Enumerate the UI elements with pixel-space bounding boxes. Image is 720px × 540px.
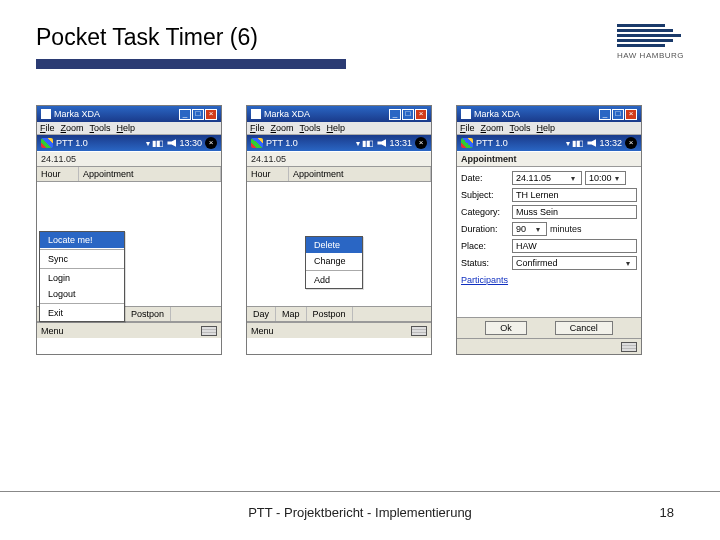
menu-tools[interactable]: Tools	[510, 123, 531, 133]
emulator-menubar[interactable]: File Zoom Tools Help	[37, 122, 221, 135]
menu-file[interactable]: File	[460, 123, 475, 133]
menu-help[interactable]: Help	[327, 123, 346, 133]
window-titlebar[interactable]: Marka XDA _ □ ×	[247, 106, 431, 122]
speaker-icon	[167, 139, 176, 147]
footer-rule	[0, 491, 720, 492]
clock: 13:32	[599, 138, 622, 148]
appointment-form: Date: 24.11.05▾ 10:00▾ Subject: TH Lerne…	[457, 167, 641, 317]
list-area[interactable]: Locate me! Sync Login Logout Exit	[37, 182, 221, 306]
app-close-icon[interactable]: ×	[415, 137, 427, 149]
chevron-down-icon[interactable]: ▾	[568, 174, 578, 183]
emulator-menubar[interactable]: File Zoom Tools Help	[457, 122, 641, 135]
chevron-down-icon[interactable]: ▾	[623, 259, 633, 268]
device-taskbar[interactable]: PTT 1.0 ▾ ▮◧ 13:32 ×	[457, 135, 641, 151]
device-softkeybar	[457, 338, 641, 354]
date-bar[interactable]: 24.11.05	[247, 151, 431, 167]
haw-logo: HAW HAMBURG	[617, 24, 684, 60]
menu-tools[interactable]: Tools	[300, 123, 321, 133]
tab-postpone[interactable]: Postpon	[307, 307, 353, 321]
menu-zoom[interactable]: Zoom	[271, 123, 294, 133]
chevron-down-icon[interactable]: ▾	[533, 225, 543, 234]
softkey-menu[interactable]: Menu	[251, 326, 274, 336]
menu-help[interactable]: Help	[537, 123, 556, 133]
window-title-text: Marka XDA	[474, 109, 520, 119]
close-button[interactable]: ×	[625, 109, 637, 120]
maximize-button[interactable]: □	[402, 109, 414, 120]
device-taskbar[interactable]: PTT 1.0 ▾ ▮◧ 13:30 ×	[37, 135, 221, 151]
tab-postpone[interactable]: Postpon	[125, 307, 171, 321]
menu-item-logout[interactable]: Logout	[40, 286, 124, 302]
col-appointment[interactable]: Appointment	[79, 167, 221, 181]
window-icon	[251, 109, 261, 119]
category-field[interactable]: Muss Sein	[512, 205, 637, 219]
emulator-menubar[interactable]: File Zoom Tools Help	[247, 122, 431, 135]
window-titlebar[interactable]: Marka XDA _ □ ×	[457, 106, 641, 122]
status-field[interactable]: Confirmed▾	[512, 256, 637, 270]
maximize-button[interactable]: □	[612, 109, 624, 120]
keyboard-icon[interactable]	[201, 326, 217, 336]
menu-file[interactable]: File	[40, 123, 55, 133]
keyboard-icon[interactable]	[621, 342, 637, 352]
date-field[interactable]: 24.11.05▾	[512, 171, 582, 185]
device-softkeybar: Menu	[247, 322, 431, 338]
main-menu-popup: Locate me! Sync Login Logout Exit	[39, 231, 125, 322]
time-field[interactable]: 10:00▾	[585, 171, 626, 185]
app-close-icon[interactable]: ×	[205, 137, 217, 149]
logo-label: HAW HAMBURG	[617, 51, 684, 60]
ctx-delete[interactable]: Delete	[306, 237, 362, 253]
menu-zoom[interactable]: Zoom	[61, 123, 84, 133]
maximize-button[interactable]: □	[192, 109, 204, 120]
app-title: PTT 1.0	[56, 138, 88, 148]
close-button[interactable]: ×	[205, 109, 217, 120]
duration-field[interactable]: 90▾	[512, 222, 547, 236]
place-field[interactable]: HAW	[512, 239, 637, 253]
window-icon	[461, 109, 471, 119]
start-flag-icon[interactable]	[251, 138, 263, 148]
ok-button[interactable]: Ok	[485, 321, 527, 335]
participants-link[interactable]: Participants	[461, 275, 637, 285]
duration-unit: minutes	[550, 224, 582, 234]
tab-day[interactable]: Day	[247, 307, 276, 321]
lbl-subject: Subject:	[461, 190, 509, 200]
keyboard-icon[interactable]	[411, 326, 427, 336]
emulator-window-3: Marka XDA _ □ × File Zoom Tools Help PTT…	[456, 105, 642, 355]
list-header: Hour Appointment	[37, 167, 221, 182]
subject-field[interactable]: TH Lernen	[512, 188, 637, 202]
close-button[interactable]: ×	[415, 109, 427, 120]
menu-item-locate[interactable]: Locate me!	[40, 232, 124, 248]
page-number: 18	[660, 505, 674, 520]
col-hour[interactable]: Hour	[247, 167, 289, 181]
menu-item-login[interactable]: Login	[40, 270, 124, 286]
menu-zoom[interactable]: Zoom	[481, 123, 504, 133]
menu-tools[interactable]: Tools	[90, 123, 111, 133]
menu-help[interactable]: Help	[117, 123, 136, 133]
tab-map[interactable]: Map	[276, 307, 307, 321]
minimize-button[interactable]: _	[389, 109, 401, 120]
cancel-button[interactable]: Cancel	[555, 321, 613, 335]
signal-icon: ▾ ▮◧	[146, 139, 164, 148]
start-flag-icon[interactable]	[41, 138, 53, 148]
slide-title: Pocket Task Timer (6)	[36, 24, 346, 51]
window-icon	[41, 109, 51, 119]
date-bar[interactable]: 24.11.05	[37, 151, 221, 167]
app-close-icon[interactable]: ×	[625, 137, 637, 149]
minimize-button[interactable]: _	[179, 109, 191, 120]
menu-item-sync[interactable]: Sync	[40, 251, 124, 267]
minimize-button[interactable]: _	[599, 109, 611, 120]
app-title: PTT 1.0	[476, 138, 508, 148]
menu-item-exit[interactable]: Exit	[40, 305, 124, 321]
device-softkeybar: Menu	[37, 322, 221, 338]
col-appointment[interactable]: Appointment	[289, 167, 431, 181]
col-hour[interactable]: Hour	[37, 167, 79, 181]
menu-file[interactable]: File	[250, 123, 265, 133]
ctx-change[interactable]: Change	[306, 253, 362, 269]
chevron-down-icon[interactable]: ▾	[612, 174, 622, 183]
context-menu-popup: Delete Change Add	[305, 236, 363, 289]
window-titlebar[interactable]: Marka XDA _ □ ×	[37, 106, 221, 122]
ctx-add[interactable]: Add	[306, 272, 362, 288]
speaker-icon	[377, 139, 386, 147]
start-flag-icon[interactable]	[461, 138, 473, 148]
softkey-menu[interactable]: Menu	[41, 326, 64, 336]
list-area[interactable]: Delete Change Add	[247, 182, 431, 306]
device-taskbar[interactable]: PTT 1.0 ▾ ▮◧ 13:31 ×	[247, 135, 431, 151]
